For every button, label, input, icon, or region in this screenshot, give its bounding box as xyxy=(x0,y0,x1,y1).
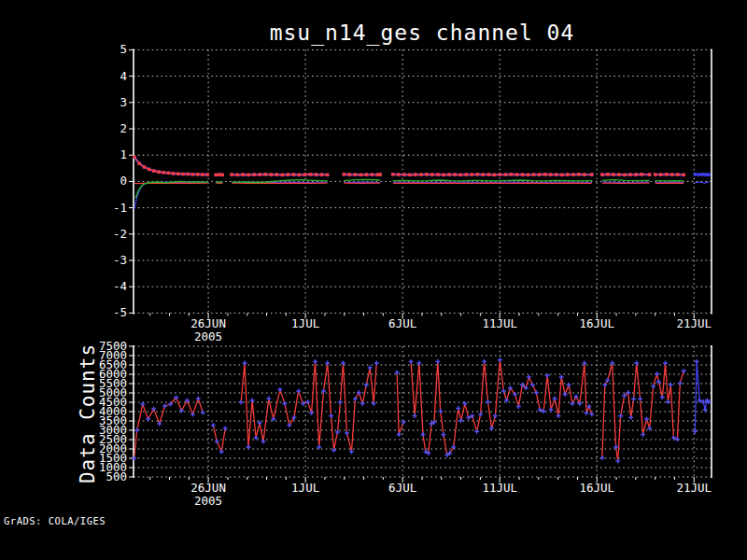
svg-text:11JUL: 11JUL xyxy=(482,316,517,330)
svg-text:4: 4 xyxy=(120,69,127,83)
svg-text:-5: -5 xyxy=(113,305,127,319)
svg-text:-4: -4 xyxy=(113,279,127,293)
svg-text:0: 0 xyxy=(120,174,127,188)
svg-text:16JUL: 16JUL xyxy=(579,481,614,495)
svg-text:1JUL: 1JUL xyxy=(291,316,319,330)
svg-text:6JUL: 6JUL xyxy=(388,481,416,495)
svg-text:21JUL: 21JUL xyxy=(676,316,712,330)
svg-text:-2: -2 xyxy=(113,227,127,241)
svg-text:-3: -3 xyxy=(113,253,127,267)
svg-text:5: 5 xyxy=(120,42,127,56)
grads-plot-window: msu_n14_ges channel 04 Data Counts 54321… xyxy=(0,0,747,560)
svg-text:26JUN: 26JUN xyxy=(190,316,226,330)
svg-text:26JUN: 26JUN xyxy=(190,481,226,495)
svg-text:6JUL: 6JUL xyxy=(388,316,416,330)
svg-text:1: 1 xyxy=(120,147,127,161)
svg-text:2005: 2005 xyxy=(194,329,222,343)
svg-text:3: 3 xyxy=(120,95,127,109)
svg-text:500: 500 xyxy=(106,469,127,483)
svg-text:2005: 2005 xyxy=(194,494,222,508)
plot-canvas: 543210-1-2-3-4-526JUN20051JUL6JUL11JUL16… xyxy=(0,0,747,560)
svg-text:11JUL: 11JUL xyxy=(482,481,517,495)
svg-text:1JUL: 1JUL xyxy=(291,481,319,495)
svg-text:2: 2 xyxy=(120,121,127,135)
svg-text:-1: -1 xyxy=(113,201,127,215)
svg-text:21JUL: 21JUL xyxy=(676,481,712,495)
grads-watermark: GrADS: COLA/IGES xyxy=(4,515,106,526)
svg-text:16JUL: 16JUL xyxy=(579,316,614,330)
